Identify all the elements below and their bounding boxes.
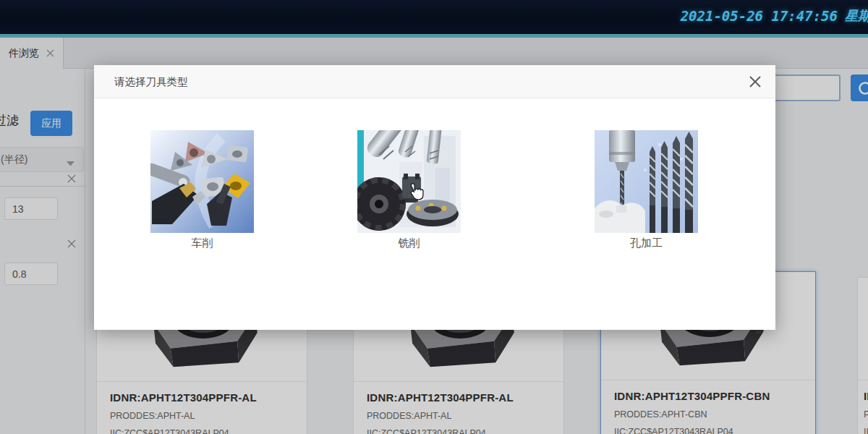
- tool-type-dialog: 请选择刀具类型 车削: [94, 65, 775, 330]
- tool-option-milling[interactable]: 铣削: [357, 130, 461, 250]
- turning-tools-image: [150, 130, 254, 233]
- header-accent-line: [0, 34, 868, 38]
- drilling-tools-image: [595, 130, 698, 233]
- close-icon[interactable]: [748, 75, 762, 89]
- tool-option-label: 车削: [150, 237, 254, 250]
- clock-weekday: 星期: [845, 7, 868, 25]
- dialog-title: 请选择刀具类型: [114, 75, 188, 89]
- dialog-header: 请选择刀具类型: [94, 65, 775, 98]
- tool-option-label: 孔加工: [595, 237, 698, 250]
- milling-tools-image: [357, 130, 461, 233]
- app-header: 2021-05-26 17:47:56 星期: [0, 0, 868, 34]
- tool-option-drilling[interactable]: 孔加工: [595, 130, 698, 250]
- clock-datetime: 2021-05-26 17:47:56: [681, 8, 838, 24]
- tool-option-turning[interactable]: 车削: [150, 130, 254, 250]
- clock: 2021-05-26 17:47:56 星期: [681, 7, 868, 25]
- tool-option-label: 铣削: [357, 237, 461, 250]
